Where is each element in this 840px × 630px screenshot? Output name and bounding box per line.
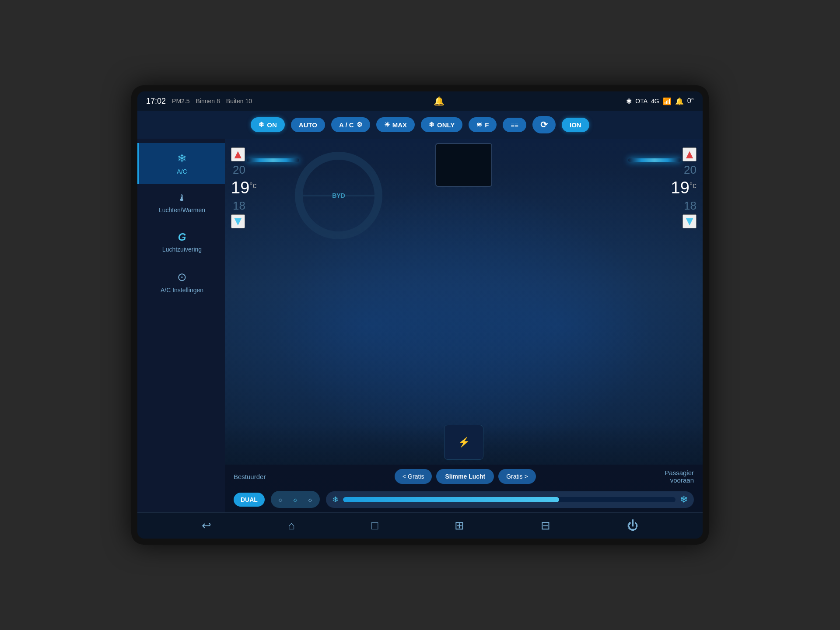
status-pm25: PM2.5 — [172, 98, 189, 105]
ac-icon: ⚙ — [357, 121, 362, 129]
back-icon: ↩ — [202, 519, 211, 532]
btn-slimme-lucht[interactable]: Slimme Lucht — [436, 469, 494, 484]
temperature-status: 0° — [687, 97, 694, 105]
fan-slider-fill — [343, 497, 559, 502]
sidebar-ac-label: A/C — [177, 168, 187, 175]
temp-below-left: 18 — [231, 199, 245, 213]
nav-home[interactable]: ⌂ — [282, 516, 301, 535]
seat-btn-group: ⬦ ⬦ ⬦ — [271, 491, 320, 508]
seat-btn-1[interactable]: ⬦ — [274, 493, 287, 506]
fan-only-label: ONLY — [437, 121, 455, 129]
steering-wheel — [295, 152, 382, 239]
volume-icon: 🔔 — [675, 97, 684, 105]
luchten-icon: 🌡 — [177, 192, 187, 204]
heat-f-icon: ≋ — [476, 121, 482, 129]
home-icon: ⌂ — [288, 519, 295, 532]
temp-unit-left: °c — [249, 181, 256, 190]
temp-below-right: 18 — [682, 199, 696, 213]
btn-recirculate[interactable]: ⟳ — [532, 116, 556, 133]
btn-fan-on[interactable]: ❄ ON — [251, 117, 285, 132]
tablet-screen: 17:02 PM2.5 Binnen 8 Buiten 10 🔔 ✱ OTA 4… — [137, 91, 703, 539]
bestuurder-label: Bestuurder — [234, 473, 266, 480]
temp-control-left: ▲ 20 19 °c 18 ▼ — [231, 147, 256, 228]
sidebar-luchten-label: Luchten/Warmen — [159, 206, 205, 214]
sidebar: ❄ A/C 🌡 Luchten/Warmen G Luchtzuivering … — [137, 139, 225, 512]
tablet-device: 17:02 PM2.5 Binnen 8 Buiten 10 🔔 ✱ OTA 4… — [131, 85, 709, 545]
mode-buttons-row: Bestuurder < Gratis Slimme Lucht Gratis … — [225, 465, 703, 487]
car-interior-area: ⚡ ▲ 20 19 °c 18 ▼ ▲ 20 — [225, 139, 703, 512]
temp-current-right: 19 °c — [671, 178, 696, 197]
status-right: ✱ OTA 4G 📶 🔔 0° — [626, 97, 694, 105]
square-icon: □ — [371, 519, 378, 532]
nav-square[interactable]: □ — [365, 516, 385, 535]
status-left: 17:02 PM2.5 Binnen 8 Buiten 10 — [146, 97, 252, 106]
mode-btn-group: < Gratis Slimme Lucht Gratis > — [395, 469, 536, 484]
dual-button[interactable]: DUAL — [234, 493, 265, 507]
recirculate-icon: ⟳ — [540, 119, 548, 130]
ion-label: ION — [570, 121, 581, 129]
passagier-label: Passagier vooraan — [665, 469, 694, 484]
gratis-right-label: Gratis > — [506, 473, 528, 480]
max-icon: ☀ — [384, 121, 390, 129]
btn-ion[interactable]: ION — [562, 118, 589, 132]
bluetooth-icon: ✱ — [626, 97, 632, 105]
main-content: ❄ A/C 🌡 Luchten/Warmen G Luchtzuivering … — [137, 139, 703, 512]
heat-f-label: F — [485, 121, 489, 129]
btn-heat-f[interactable]: ≋ F — [469, 117, 497, 132]
sidebar-item-luchtzuivering[interactable]: G Luchtzuivering — [137, 222, 225, 262]
nav-power[interactable]: ⏻ — [621, 516, 644, 535]
gratis-left-label: < Gratis — [402, 473, 424, 480]
seat-btn-2[interactable]: ⬦ — [289, 493, 301, 506]
fan-only-icon: ❄ — [429, 121, 434, 129]
signal-bars: 📶 — [663, 97, 672, 105]
notification-icon: 🔔 — [434, 96, 444, 106]
fan-icon-left: ❄ — [332, 495, 339, 504]
seat-btn-3[interactable]: ⬦ — [304, 493, 316, 506]
split-icon: ⊟ — [541, 519, 550, 532]
fan-on-icon: ❄ — [259, 121, 264, 129]
top-button-bar: ❄ ON AUTO A / C ⚙ ☀ MAX ❄ ONLY ≋ F — [137, 111, 703, 139]
sidebar-item-luchten-warmen[interactable]: 🌡 Luchten/Warmen — [137, 184, 225, 222]
fan-on-label: ON — [267, 121, 277, 129]
btn-max[interactable]: ☀ MAX — [376, 117, 415, 132]
temp-above-right: 20 — [682, 163, 696, 177]
fan-controls-row: DUAL ⬦ ⬦ ⬦ ❄ ❄ — [225, 487, 703, 512]
nav-split[interactable]: ⊟ — [535, 516, 556, 535]
fan-icon-right: ❄ — [680, 494, 688, 505]
btn-heat-r[interactable]: ≡≡ — [503, 118, 526, 132]
temp-up-left[interactable]: ▲ — [231, 147, 245, 161]
temp-unit-right: °c — [690, 181, 696, 190]
btn-ac[interactable]: A / C ⚙ — [331, 117, 370, 132]
heat-r-icon: ≡≡ — [511, 121, 518, 129]
temp-current-left: 19 °c — [231, 178, 256, 197]
btn-fan-only[interactable]: ❄ ONLY — [421, 117, 462, 132]
center-screen — [435, 143, 492, 187]
status-time: 17:02 — [146, 97, 166, 106]
fan-slider-track[interactable] — [343, 497, 676, 502]
nav-back[interactable]: ↩ — [196, 516, 217, 535]
sidebar-item-ac[interactable]: ❄ A/C — [137, 143, 225, 184]
ac-label: A / C — [339, 121, 354, 129]
temp-up-right[interactable]: ▲ — [682, 147, 696, 161]
sidebar-ac-instellingen-label: A/C Instellingen — [161, 287, 203, 294]
status-bar: 17:02 PM2.5 Binnen 8 Buiten 10 🔔 ✱ OTA 4… — [137, 91, 703, 111]
sidebar-luchtzuivering-label: Luchtzuivering — [162, 246, 202, 253]
btn-auto[interactable]: AUTO — [291, 118, 325, 132]
nav-apps[interactable]: ⊞ — [448, 516, 470, 535]
temp-down-right[interactable]: ▼ — [682, 214, 696, 228]
apps-icon: ⊞ — [455, 519, 464, 532]
temp-down-left[interactable]: ▼ — [231, 214, 245, 228]
temp-above-left: 20 — [231, 163, 245, 177]
temp-control-right: ▲ 20 19 °c 18 ▼ — [671, 147, 696, 228]
power-icon: ⏻ — [627, 519, 638, 532]
ac-settings-icon: ⊙ — [177, 270, 187, 284]
status-binnen: Binnen 8 — [196, 98, 220, 105]
ac-sidebar-icon: ❄ — [177, 152, 187, 165]
auto-label: AUTO — [299, 121, 317, 129]
slimme-lucht-label: Slimme Lucht — [445, 473, 485, 480]
bottom-controls: Bestuurder < Gratis Slimme Lucht Gratis … — [225, 465, 703, 512]
max-label: MAX — [392, 121, 407, 129]
btn-gratis-left[interactable]: < Gratis — [395, 469, 432, 484]
sidebar-item-ac-instellingen[interactable]: ⊙ A/C Instellingen — [137, 262, 225, 302]
btn-gratis-right[interactable]: Gratis > — [498, 469, 536, 484]
